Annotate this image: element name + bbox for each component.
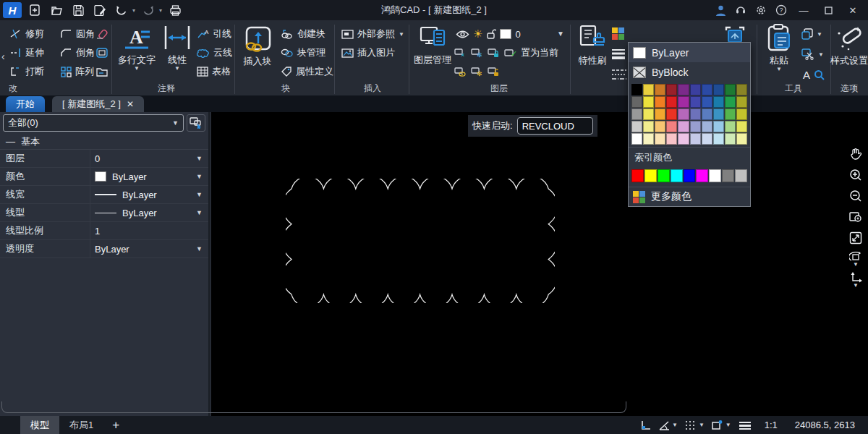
undo-dropdown-caret[interactable]: ▾ xyxy=(132,7,135,14)
find-replace-button[interactable]: A xyxy=(803,67,825,82)
linetype-icon[interactable] xyxy=(611,68,627,81)
copy-dropdown-caret[interactable]: ▼ xyxy=(817,33,822,36)
create-block-button[interactable]: 创建块 xyxy=(281,26,326,42)
object-snap-toggle[interactable]: ▼ xyxy=(712,420,731,430)
color-swatch[interactable] xyxy=(690,109,701,120)
color-palette-icon[interactable] xyxy=(612,27,624,40)
prop-row-ltscale[interactable]: 线型比例 1 xyxy=(0,222,208,240)
ucs-axes-button[interactable]: ▼ xyxy=(846,270,865,289)
color-swatch[interactable] xyxy=(735,169,747,182)
color-swatch[interactable] xyxy=(643,121,654,132)
layer-color-swatch[interactable] xyxy=(500,29,511,39)
cut-button[interactable]: ▼ xyxy=(801,46,824,62)
color-swatch[interactable] xyxy=(643,96,654,108)
section-basic[interactable]: — 基本 xyxy=(0,134,208,150)
array-button[interactable]: 阵列 xyxy=(61,64,94,80)
color-swatch[interactable] xyxy=(666,133,677,145)
color-swatch[interactable] xyxy=(643,109,654,120)
fillet-button[interactable]: 圆角 xyxy=(61,26,95,42)
zoom-out-button[interactable] xyxy=(846,186,865,205)
ribbon-collapse-icon[interactable]: ‹ xyxy=(1,51,5,62)
tab-layout1[interactable]: 布局1 xyxy=(59,416,103,434)
color-swatch[interactable] xyxy=(666,121,677,132)
color-swatch[interactable] xyxy=(713,96,724,108)
color-swatch[interactable] xyxy=(725,121,736,132)
lineweight-icon[interactable] xyxy=(611,48,626,59)
color-swatch[interactable] xyxy=(709,169,721,182)
mtext-dropdown-caret[interactable]: ▼ xyxy=(134,67,140,70)
xref-dropdown-caret[interactable]: ▼ xyxy=(399,33,404,36)
layer-combo-caret[interactable]: ▼ xyxy=(557,32,564,35)
table-button[interactable]: 表格 xyxy=(197,64,231,80)
copy-button[interactable]: ▼ xyxy=(801,26,822,42)
new-layout-button[interactable]: + xyxy=(103,418,128,433)
zoom-in-button[interactable] xyxy=(846,165,865,184)
cut-dropdown-caret[interactable]: ▼ xyxy=(818,53,824,56)
chamfer-button[interactable]: 倒角 xyxy=(61,45,95,61)
color-swatch[interactable] xyxy=(678,121,689,132)
prop-row-layer[interactable]: 图层 0 ▼ xyxy=(0,150,208,168)
color-swatch[interactable] xyxy=(713,84,724,95)
insert-block-button[interactable]: 插入块 xyxy=(239,25,276,68)
sun-icon[interactable]: ☀ xyxy=(473,27,482,41)
color-swatch[interactable] xyxy=(684,169,696,182)
color-swatch[interactable] xyxy=(736,133,747,145)
layer-thaw-icon[interactable]: ✻ xyxy=(471,67,484,77)
color-swatch[interactable] xyxy=(666,84,677,95)
unlock-icon[interactable] xyxy=(486,29,496,39)
paste-button[interactable]: 粘贴 ▼ xyxy=(761,23,797,71)
layer-off-icon[interactable]: × xyxy=(454,48,467,58)
scale-indicator[interactable]: 1:1 xyxy=(765,420,778,430)
color-swatch[interactable] xyxy=(631,133,642,145)
color-swatch[interactable] xyxy=(722,169,734,182)
color-swatch[interactable] xyxy=(678,133,689,145)
color-swatch[interactable] xyxy=(678,96,689,108)
row-caret-icon[interactable]: ▼ xyxy=(196,173,203,180)
layer-lock-icon[interactable] xyxy=(488,48,501,58)
tab-model[interactable]: 模型 xyxy=(20,416,59,434)
maximize-button[interactable] xyxy=(817,1,839,19)
trim-button[interactable]: 修剪 xyxy=(10,26,44,42)
color-swatch[interactable] xyxy=(736,121,747,132)
layer-freeze-icon[interactable]: ✻ xyxy=(471,48,484,58)
layer-unlock-icon[interactable] xyxy=(488,67,501,77)
support-headset-icon[interactable] xyxy=(732,2,749,18)
color-swatch[interactable] xyxy=(631,169,644,182)
color-swatch[interactable] xyxy=(678,84,689,95)
color-swatch[interactable] xyxy=(702,84,712,95)
save-as-button[interactable] xyxy=(91,2,109,18)
tab-document[interactable]: [ 新建图纸_2 ] ✕ xyxy=(52,96,144,112)
orbit-button[interactable]: ▼ xyxy=(846,249,865,268)
orbit-dropdown-caret[interactable]: ▼ xyxy=(853,263,859,266)
dropdown-item-bylayer[interactable]: ByLayer xyxy=(629,43,750,62)
color-swatch[interactable] xyxy=(644,169,657,182)
tab-close-icon[interactable]: ✕ xyxy=(127,99,134,109)
color-swatch[interactable] xyxy=(690,84,701,95)
color-swatch[interactable] xyxy=(655,133,665,145)
paste-dropdown-caret[interactable]: ▼ xyxy=(776,67,782,71)
color-swatch[interactable] xyxy=(631,121,642,132)
eye-icon[interactable] xyxy=(456,30,469,39)
save-button[interactable] xyxy=(69,2,87,18)
color-swatch[interactable] xyxy=(725,84,736,95)
color-swatch[interactable] xyxy=(666,96,677,108)
style-settings-button[interactable]: 样式设置 xyxy=(830,25,868,67)
color-swatch[interactable] xyxy=(658,169,670,182)
extend-button[interactable]: 延伸 xyxy=(10,45,44,61)
color-swatch[interactable] xyxy=(725,96,736,108)
help-icon[interactable]: ? xyxy=(773,2,790,18)
color-swatch[interactable] xyxy=(671,169,683,182)
prop-row-transparency[interactable]: 透明度 ByLayer ▼ xyxy=(0,240,208,258)
rectangle-button[interactable] xyxy=(96,45,108,61)
prop-row-linetype[interactable]: 线型 ByLayer ▼ xyxy=(0,204,208,222)
leader-button[interactable]: A 引线 xyxy=(197,26,231,42)
mtext-button[interactable]: A 多行文字 ▼ xyxy=(114,25,159,70)
settings-gear-icon[interactable] xyxy=(752,2,770,18)
block-manager-button[interactable]: 块管理 xyxy=(281,45,326,61)
lineweight-toggle[interactable] xyxy=(739,421,752,430)
pan-button[interactable] xyxy=(846,144,865,163)
color-swatch[interactable] xyxy=(736,84,747,95)
dropdown-item-byblock[interactable]: ByBlock xyxy=(629,62,750,82)
ortho-toggle[interactable] xyxy=(640,420,652,431)
color-swatch[interactable] xyxy=(713,121,724,132)
